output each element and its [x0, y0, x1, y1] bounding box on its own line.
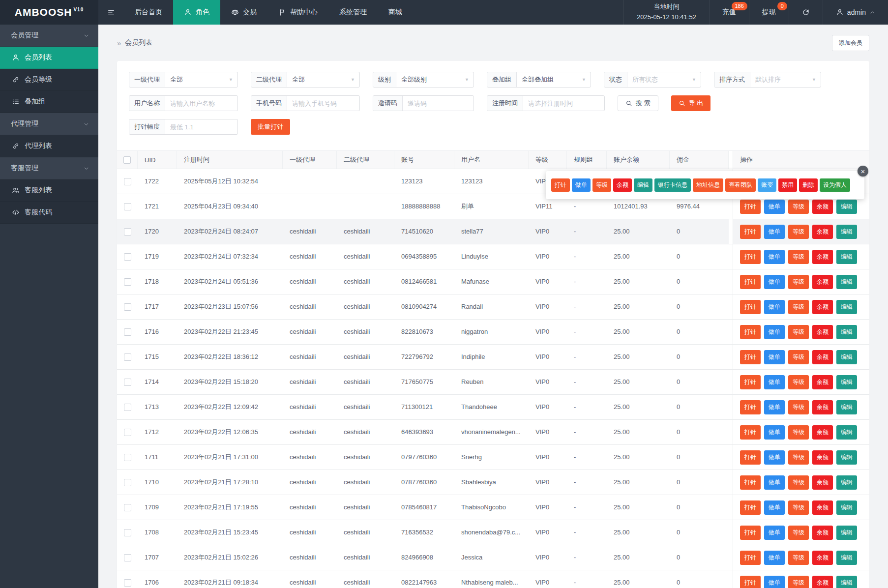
- sidebar-item[interactable]: 叠加组: [0, 91, 98, 113]
- row-action-余额-button[interactable]: 余额: [812, 350, 833, 364]
- row-action-等级-button[interactable]: 等级: [788, 551, 809, 565]
- row-action-打针-button[interactable]: 打针: [740, 576, 761, 588]
- row-action-做单-button[interactable]: 做单: [764, 425, 785, 440]
- row-checkbox[interactable]: [124, 253, 131, 261]
- row-checkbox[interactable]: [124, 303, 131, 311]
- row-checkbox[interactable]: [124, 328, 131, 336]
- row-action-等级-button[interactable]: 等级: [788, 325, 809, 339]
- row-action-余额-button[interactable]: 余额: [812, 375, 833, 389]
- row-action-等级-button[interactable]: 等级: [788, 400, 809, 414]
- row-action-等级-button[interactable]: 等级: [788, 375, 809, 389]
- row-checkbox[interactable]: [124, 454, 131, 461]
- row-action-余额-button[interactable]: 余额: [812, 200, 833, 214]
- filter-input[interactable]: [165, 100, 237, 107]
- row-action-等级-button[interactable]: 等级: [788, 300, 809, 314]
- batch-inject-button[interactable]: 批量打针: [251, 119, 290, 135]
- row-action-编辑-button[interactable]: 编辑: [836, 200, 857, 214]
- popup-action-银行卡信息-button[interactable]: 银行卡信息: [654, 178, 691, 192]
- row-action-打针-button[interactable]: 打针: [740, 450, 761, 465]
- filter-input[interactable]: [287, 100, 359, 107]
- row-action-打针-button[interactable]: 打针: [740, 300, 761, 314]
- row-action-余额-button[interactable]: 余额: [812, 500, 833, 515]
- row-action-做单-button[interactable]: 做单: [764, 250, 785, 264]
- row-action-打针-button[interactable]: 打针: [740, 500, 761, 515]
- popup-action-查看团队-button[interactable]: 查看团队: [725, 178, 756, 192]
- row-action-余额-button[interactable]: 余额: [812, 450, 833, 465]
- row-action-编辑-button[interactable]: 编辑: [836, 325, 857, 339]
- row-action-编辑-button[interactable]: 编辑: [836, 400, 857, 414]
- popup-action-编辑-button[interactable]: 编辑: [634, 178, 652, 192]
- row-action-编辑-button[interactable]: 编辑: [836, 475, 857, 490]
- row-action-等级-button[interactable]: 等级: [788, 425, 809, 440]
- popup-action-账变-button[interactable]: 账变: [758, 178, 776, 192]
- row-action-打针-button[interactable]: 打针: [740, 375, 761, 389]
- row-action-等级-button[interactable]: 等级: [788, 250, 809, 264]
- row-action-等级-button[interactable]: 等级: [788, 576, 809, 588]
- row-checkbox[interactable]: [124, 228, 131, 235]
- row-action-打针-button[interactable]: 打针: [740, 425, 761, 440]
- sidebar-item[interactable]: 会员列表: [0, 47, 98, 69]
- row-action-做单-button[interactable]: 做单: [764, 325, 785, 339]
- filter-select[interactable]: 级别全部级别▼: [373, 72, 474, 88]
- row-checkbox[interactable]: [124, 203, 131, 210]
- row-action-编辑-button[interactable]: 编辑: [836, 250, 857, 264]
- row-action-余额-button[interactable]: 余额: [812, 475, 833, 490]
- row-action-做单-button[interactable]: 做单: [764, 475, 785, 490]
- refresh-button[interactable]: [789, 0, 823, 25]
- inject-range-input[interactable]: [165, 123, 237, 131]
- sidebar-item[interactable]: 客服代码: [0, 202, 98, 224]
- row-action-等级-button[interactable]: 等级: [788, 225, 809, 239]
- nav-tab[interactable]: 帮助中心: [267, 0, 328, 25]
- row-action-编辑-button[interactable]: 编辑: [836, 275, 857, 289]
- row-action-编辑-button[interactable]: 编辑: [836, 450, 857, 465]
- row-action-打针-button[interactable]: 打针: [740, 250, 761, 264]
- row-action-编辑-button[interactable]: 编辑: [836, 225, 857, 239]
- nav-tab[interactable]: 系统管理: [328, 0, 378, 25]
- row-checkbox[interactable]: [124, 379, 131, 386]
- row-action-做单-button[interactable]: 做单: [764, 400, 785, 414]
- row-action-编辑-button[interactable]: 编辑: [836, 576, 857, 588]
- row-action-做单-button[interactable]: 做单: [764, 375, 785, 389]
- admin-menu[interactable]: admin: [823, 0, 888, 25]
- row-action-做单-button[interactable]: 做单: [764, 500, 785, 515]
- popup-action-做单-button[interactable]: 做单: [572, 178, 591, 192]
- row-action-等级-button[interactable]: 等级: [788, 475, 809, 490]
- filter-input[interactable]: [523, 100, 604, 107]
- nav-tab[interactable]: 商城: [378, 0, 413, 25]
- sidebar-item[interactable]: 代理列表: [0, 135, 98, 157]
- popup-action-等级-button[interactable]: 等级: [592, 178, 611, 192]
- row-action-打针-button[interactable]: 打针: [740, 350, 761, 364]
- row-action-做单-button[interactable]: 做单: [764, 551, 785, 565]
- filter-select[interactable]: 叠加组全部叠加组▼: [487, 72, 591, 88]
- row-checkbox[interactable]: [124, 479, 131, 486]
- row-checkbox[interactable]: [124, 529, 131, 536]
- row-action-编辑-button[interactable]: 编辑: [836, 300, 857, 314]
- search-button[interactable]: 搜 索: [618, 95, 658, 111]
- row-action-余额-button[interactable]: 余额: [812, 300, 833, 314]
- popup-action-删除-button[interactable]: 删除: [799, 178, 818, 192]
- row-action-余额-button[interactable]: 余额: [812, 275, 833, 289]
- row-checkbox[interactable]: [124, 579, 131, 587]
- nav-tab[interactable]: 交易: [220, 0, 267, 25]
- row-action-做单-button[interactable]: 做单: [764, 450, 785, 465]
- row-action-做单-button[interactable]: 做单: [764, 200, 785, 214]
- row-action-等级-button[interactable]: 等级: [788, 450, 809, 465]
- sidebar-group-header[interactable]: 客服管理: [0, 157, 98, 179]
- row-action-余额-button[interactable]: 余额: [812, 526, 833, 540]
- row-checkbox[interactable]: [124, 404, 131, 411]
- row-action-打针-button[interactable]: 打针: [740, 400, 761, 414]
- row-action-编辑-button[interactable]: 编辑: [836, 526, 857, 540]
- row-action-余额-button[interactable]: 余额: [812, 425, 833, 440]
- row-action-等级-button[interactable]: 等级: [788, 200, 809, 214]
- sidebar-item[interactable]: 会员等级: [0, 69, 98, 91]
- nav-tab[interactable]: 角色: [173, 0, 220, 25]
- row-checkbox[interactable]: [124, 353, 131, 361]
- filter-select[interactable]: 二级代理全部▼: [251, 72, 360, 88]
- filter-select[interactable]: 状态所有状态▼: [604, 72, 701, 88]
- row-action-打针-button[interactable]: 打针: [740, 275, 761, 289]
- row-action-打针-button[interactable]: 打针: [740, 200, 761, 214]
- row-checkbox[interactable]: [124, 429, 131, 436]
- popup-action-设为假人-button[interactable]: 设为假人: [820, 178, 850, 192]
- popup-action-打针-button[interactable]: 打针: [551, 178, 570, 192]
- popup-action-地址信息-button[interactable]: 地址信息: [693, 178, 723, 192]
